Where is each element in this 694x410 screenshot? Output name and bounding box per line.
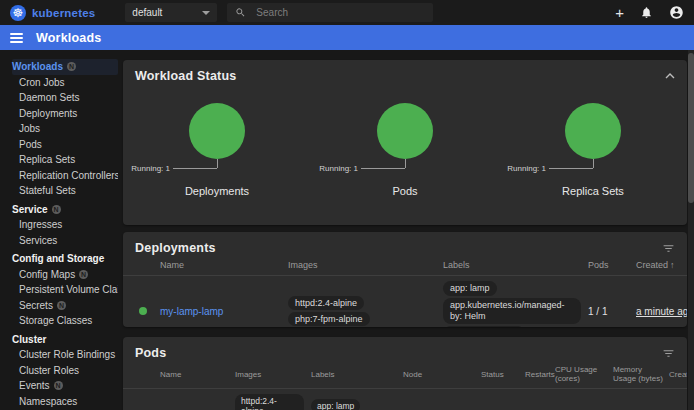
sidebar-item-label: Daemon Sets bbox=[19, 92, 80, 103]
column-images[interactable]: Images bbox=[233, 367, 309, 384]
sidebar-item-service[interactable]: ServiceN bbox=[12, 202, 118, 218]
column-labels[interactable]: Labels bbox=[441, 257, 586, 275]
sidebar-item-replication-controllers[interactable]: Replication Controllers bbox=[12, 168, 118, 184]
kubernetes-logo-icon[interactable]: ☸ bbox=[10, 5, 26, 21]
sidebar-item-cluster-roles[interactable]: Cluster Roles bbox=[12, 363, 118, 379]
notifications-button[interactable] bbox=[640, 6, 653, 19]
scrollbar[interactable] bbox=[688, 50, 694, 410]
pod-row: my-lamp-lamp-5fd985cf68-jwvz4 httpd:2.4-… bbox=[123, 389, 687, 410]
app-bar: Workloads bbox=[0, 25, 694, 50]
column-node[interactable]: Node bbox=[401, 367, 479, 384]
account-button[interactable] bbox=[669, 5, 684, 20]
sidebar-item-cron-jobs[interactable]: Cron Jobs bbox=[12, 75, 118, 91]
filter-icon[interactable] bbox=[662, 242, 675, 255]
namespaced-badge-icon: N bbox=[67, 62, 76, 71]
create-resource-button[interactable]: + bbox=[615, 5, 624, 20]
helm-wheel-glyph: ☸ bbox=[13, 5, 24, 21]
search-icon bbox=[235, 7, 246, 18]
column-pods[interactable]: Pods bbox=[586, 257, 634, 275]
scrollbar-thumb[interactable] bbox=[688, 53, 694, 203]
sidebar-item-persistent-volume-claims[interactable]: Persistent Volume ClaimsN bbox=[12, 282, 118, 298]
sidebar-item-ingresses[interactable]: Ingresses bbox=[12, 217, 118, 233]
legend-label: Running: 1 bbox=[131, 164, 170, 173]
sidebar-item-label: Deployments bbox=[19, 108, 77, 119]
column-name[interactable]: Name bbox=[158, 367, 233, 384]
card-title: Pods bbox=[135, 346, 166, 360]
images-cell: httpd:2.4-alpine php:7-fpm-alpine bbox=[233, 389, 309, 410]
label-chip: app: lamp bbox=[311, 399, 360, 410]
sidebar-item-workloads[interactable]: WorkloadsN bbox=[12, 59, 118, 75]
pods-card: Pods Name Images Labels Node Status Rest… bbox=[123, 337, 687, 410]
sidebar-item-label: Workloads bbox=[12, 61, 63, 72]
column-cpu[interactable]: CPU Usage (cores) bbox=[553, 362, 611, 388]
sidebar-item-cluster-role-bindings[interactable]: Cluster Role Bindings bbox=[12, 347, 118, 363]
sidebar-item-label: Cluster bbox=[12, 334, 46, 345]
card-title: Workload Status bbox=[135, 69, 236, 83]
namespaced-badge-icon: N bbox=[79, 270, 88, 279]
column-images[interactable]: Images bbox=[286, 257, 441, 275]
sidebar-item-secrets[interactable]: SecretsN bbox=[12, 298, 118, 314]
sidebar-item-jobs[interactable]: Jobs bbox=[12, 121, 118, 137]
sidebar-item-deployments[interactable]: Deployments bbox=[12, 106, 118, 122]
deployments-card: Deployments Name Images Labels Pods Crea… bbox=[123, 232, 687, 327]
sidebar-item-storage-classes[interactable]: Storage Classes bbox=[12, 313, 118, 329]
chart-legend: Running: 1 bbox=[311, 159, 499, 176]
sidebar-item-namespaces[interactable]: Namespaces bbox=[12, 394, 118, 410]
labels-cell: app: lamp pod-template-hash: 5fd985cf68 bbox=[309, 394, 401, 410]
main-panel: Workload Status Running: 1 Deployments bbox=[118, 50, 694, 410]
sidebar-item-label: Storage Classes bbox=[19, 315, 92, 326]
namespaced-badge-icon: N bbox=[54, 381, 63, 390]
labels-cell: app: lamp app.kubernetes.io/managed-by: … bbox=[441, 276, 586, 327]
namespaced-badge-icon: N bbox=[52, 205, 61, 214]
column-name[interactable]: Name bbox=[158, 257, 286, 275]
status-cell bbox=[133, 302, 158, 321]
sidebar-item-cluster[interactable]: Cluster bbox=[12, 332, 118, 348]
menu-button[interactable] bbox=[10, 33, 23, 43]
sidebar-item-label: Config and Storage bbox=[12, 253, 104, 264]
sort-arrow-icon: ↑ bbox=[670, 260, 675, 270]
column-status-text[interactable]: Status bbox=[479, 367, 523, 384]
chart-title: Deployments bbox=[185, 185, 249, 197]
sidebar-item-events[interactable]: EventsN bbox=[12, 378, 118, 394]
column-created[interactable]: Created↑ bbox=[667, 367, 687, 384]
brand-wordmark[interactable]: kubernetes bbox=[32, 7, 95, 19]
sidebar-item-label: Cluster Roles bbox=[19, 365, 79, 376]
sidebar-item-stateful-sets[interactable]: Stateful Sets bbox=[12, 183, 118, 199]
sidebar-item-daemon-sets[interactable]: Daemon Sets bbox=[12, 90, 118, 106]
kubernetes-dashboard: ☸ kubernetes default + Workloads Workloa… bbox=[0, 0, 694, 410]
sidebar-item-label: Namespaces bbox=[19, 396, 77, 407]
sidebar-item-label: Services bbox=[19, 235, 57, 246]
deployment-name-link[interactable]: my-lamp-lamp bbox=[160, 306, 223, 317]
sidebar-item-label: Service bbox=[12, 204, 48, 215]
sidebar-item-services[interactable]: Services bbox=[12, 233, 118, 249]
sidebar-item-config-maps[interactable]: Config MapsN bbox=[12, 267, 118, 283]
sidebar-item-label: Secrets bbox=[19, 300, 53, 311]
chart-title: Replica Sets bbox=[562, 185, 624, 197]
image-chip: httpd:2.4-alpine bbox=[235, 394, 304, 410]
node-cell: lke55127-86393-622f8d09399a bbox=[401, 405, 479, 410]
namespace-selector[interactable]: default bbox=[125, 3, 217, 22]
sidebar-item-label: Cron Jobs bbox=[19, 77, 65, 88]
filter-icon[interactable] bbox=[662, 347, 675, 360]
column-labels[interactable]: Labels bbox=[309, 367, 401, 384]
sidebar-item-pods[interactable]: Pods bbox=[12, 137, 118, 153]
sidebar-item-label: Config Maps bbox=[19, 269, 75, 280]
chart-title: Pods bbox=[392, 185, 417, 197]
sidebar-item-label: Jobs bbox=[19, 123, 40, 134]
column-created[interactable]: Created↑ bbox=[634, 257, 677, 275]
workload-chart-replica-sets: Running: 1 Replica Sets bbox=[499, 89, 687, 197]
column-restarts[interactable]: Restarts bbox=[523, 367, 553, 384]
search-box[interactable] bbox=[227, 3, 433, 22]
sidebar-item-replica-sets[interactable]: Replica Sets bbox=[12, 152, 118, 168]
collapse-card-button[interactable] bbox=[665, 73, 675, 79]
status-ok-icon bbox=[139, 307, 147, 315]
content-area: WorkloadsNCron JobsDaemon SetsDeployment… bbox=[0, 50, 694, 410]
deployment-row: my-lamp-lamp httpd:2.4-alpinephp:7-fpm-a… bbox=[123, 276, 687, 327]
sidebar-item-config-and-storage[interactable]: Config and Storage bbox=[12, 251, 118, 267]
column-memory[interactable]: Memory Usage (bytes) bbox=[611, 362, 667, 388]
search-input[interactable] bbox=[254, 6, 398, 19]
pie-chart-replica-sets bbox=[565, 103, 621, 159]
sidebar-item-label: Pods bbox=[19, 139, 42, 150]
sidebar-item-label: Ingresses bbox=[19, 219, 62, 230]
sidebar-item-label: Events bbox=[19, 380, 50, 391]
